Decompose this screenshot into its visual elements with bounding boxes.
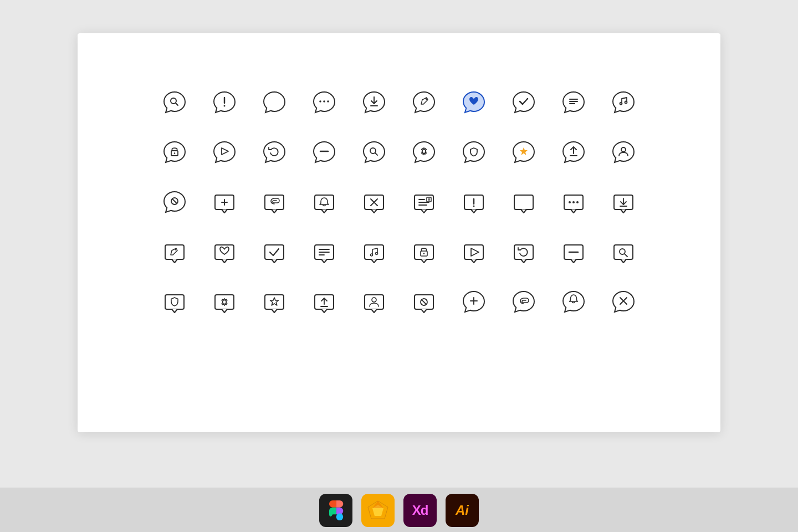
xd-label: Xd [412, 503, 428, 518]
svg-marker-17 [222, 148, 228, 155]
svg-point-85 [372, 298, 376, 302]
icon-rect-chat-dots[interactable] [554, 183, 593, 222]
icon-chat-bell-circle[interactable] [554, 283, 593, 321]
icon-chat-x-circle[interactable] [604, 283, 643, 321]
icon-rect-chat-upload[interactable] [305, 283, 344, 321]
svg-point-93 [336, 513, 344, 520]
svg-point-5 [323, 100, 325, 103]
svg-rect-32 [315, 195, 334, 209]
icon-rect-chat-edit[interactable] [155, 233, 194, 272]
icon-chat-plus-circle[interactable] [454, 283, 493, 321]
svg-rect-79 [265, 295, 284, 309]
icon-rect-chat-download[interactable] [604, 183, 643, 222]
icon-rect-chat-x[interactable] [355, 183, 393, 222]
icon-chat-play[interactable] [205, 133, 244, 172]
icon-chat-gear[interactable] [405, 133, 443, 172]
icon-rect-chat-empty[interactable] [504, 183, 543, 222]
svg-point-63 [371, 254, 373, 256]
svg-marker-80 [270, 298, 279, 305]
svg-line-9 [426, 99, 427, 100]
icon-rect-chat-check[interactable] [255, 233, 294, 272]
svg-point-64 [376, 253, 378, 255]
icon-rect-chat-user[interactable] [355, 283, 393, 321]
svg-point-48 [569, 201, 571, 203]
icon-rect-chat-heart[interactable] [205, 233, 244, 272]
icon-chat-bubble[interactable] [255, 83, 294, 122]
icon-chat-upload[interactable] [554, 133, 593, 172]
icon-chat-alert[interactable] [205, 83, 244, 122]
taskbar: Xd Ai [0, 488, 798, 532]
icon-chat-music[interactable] [604, 83, 643, 122]
svg-rect-68 [464, 245, 483, 259]
svg-rect-62 [365, 245, 383, 259]
svg-rect-57 [265, 245, 284, 259]
icon-chat-search[interactable] [155, 83, 194, 122]
icon-rect-chat-alert[interactable] [454, 183, 493, 222]
icon-rect-chat-search[interactable] [604, 233, 643, 272]
icon-rect-chat-attach[interactable] [255, 183, 294, 222]
svg-rect-31 [265, 195, 284, 209]
icon-rect-chat-music[interactable] [355, 233, 393, 272]
svg-line-88 [422, 300, 426, 304]
icon-rect-chat-lines[interactable] [305, 233, 344, 272]
svg-line-20 [375, 153, 377, 155]
canvas [78, 33, 720, 432]
svg-marker-22 [520, 147, 528, 155]
adobe-xd-app-icon[interactable]: Xd [403, 494, 437, 527]
svg-line-75 [625, 254, 627, 257]
svg-point-3 [224, 105, 226, 107]
icon-chat-zoom[interactable] [355, 133, 393, 172]
svg-point-16 [174, 152, 176, 154]
svg-rect-56 [215, 245, 234, 259]
figma-app-icon[interactable] [319, 494, 352, 527]
svg-rect-40 [427, 197, 431, 202]
svg-line-1 [176, 103, 178, 105]
svg-rect-54 [165, 245, 184, 259]
svg-point-49 [572, 201, 575, 203]
svg-rect-73 [614, 245, 633, 259]
icon-rect-chat-shield[interactable] [155, 283, 194, 321]
icon-rect-chat-play[interactable] [454, 233, 493, 272]
svg-point-25 [621, 147, 626, 152]
icon-rect-chat-minus[interactable] [554, 233, 593, 272]
svg-point-6 [327, 100, 329, 103]
svg-rect-77 [215, 295, 234, 309]
svg-marker-69 [471, 248, 479, 256]
svg-rect-76 [165, 295, 184, 309]
svg-point-78 [223, 300, 227, 304]
svg-rect-65 [415, 245, 433, 259]
icon-rect-chat-cancel[interactable] [405, 283, 443, 321]
icon-rect-chat-plus[interactable] [205, 183, 244, 222]
svg-line-27 [172, 199, 177, 203]
icon-chat-lines[interactable] [554, 83, 593, 122]
svg-point-50 [576, 201, 579, 203]
adobe-ai-app-icon[interactable]: Ai [446, 494, 479, 527]
icon-chat-minus[interactable] [305, 133, 344, 172]
svg-point-67 [423, 253, 424, 254]
icon-rect-chat-bell[interactable] [305, 183, 344, 222]
icon-rect-chat-gear[interactable] [205, 283, 244, 321]
icon-chat-lock[interactable] [155, 133, 194, 172]
icon-rect-chat-refresh[interactable] [504, 233, 543, 272]
icon-chat-shield[interactable] [454, 133, 493, 172]
main-area [0, 0, 798, 488]
icon-rect-chat-list[interactable] [405, 183, 443, 222]
icon-chat-download[interactable] [355, 83, 393, 122]
svg-point-4 [319, 100, 321, 103]
icon-chat-refresh[interactable] [255, 133, 294, 172]
icon-chat-check[interactable] [504, 83, 543, 122]
svg-point-13 [620, 103, 622, 105]
icon-chat-heart[interactable] [454, 83, 493, 122]
icon-rect-chat-star[interactable] [255, 283, 294, 321]
icon-chat-dots[interactable] [305, 83, 344, 122]
svg-point-14 [625, 101, 627, 104]
icon-grid [150, 78, 648, 327]
svg-line-55 [175, 249, 176, 250]
icon-chat-attach-circle[interactable] [504, 283, 543, 321]
icon-chat-cancel[interactable] [155, 183, 194, 222]
sketch-app-icon[interactable] [361, 494, 395, 527]
icon-chat-star[interactable] [504, 133, 543, 172]
icon-rect-chat-lock[interactable] [405, 233, 443, 272]
icon-chat-edit[interactable] [405, 83, 443, 122]
icon-chat-user[interactable] [604, 133, 643, 172]
